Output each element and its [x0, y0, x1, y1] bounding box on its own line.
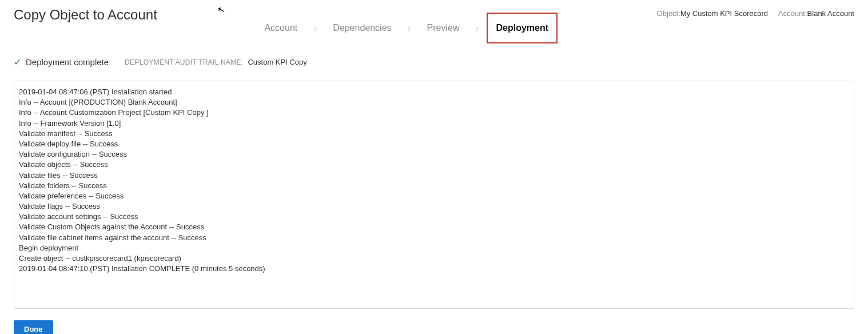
deployment-status: ✓ Deployment complete — [14, 57, 109, 67]
object-value: My Custom KPI Scorecord — [680, 9, 768, 18]
log-line: Info -- Framework Version [1.0] — [19, 118, 849, 129]
header-meta: Object:My Custom KPI Scorecord Account:B… — [657, 6, 854, 18]
log-line: Validate objects -- Success — [19, 160, 849, 170]
object-label: Object: — [657, 9, 680, 18]
log-line: Validate preferences -- Success — [19, 191, 849, 201]
wizard-step-deployment[interactable]: Deployment — [487, 13, 558, 43]
log-line: Validate manifest -- Success — [19, 129, 849, 139]
object-meta: Object:My Custom KPI Scorecord — [657, 9, 768, 18]
log-line: Validate account settings -- Success — [19, 212, 849, 222]
log-line: Validate file cabinet items against the … — [19, 233, 849, 243]
status-text: Deployment complete — [26, 57, 109, 67]
log-line: Create object -- custkpiscorecard1 (kpis… — [19, 253, 849, 264]
log-line: 2019-01-04 08:47:10 (PST) Installation C… — [19, 264, 849, 274]
log-line: Begin deployment — [19, 243, 849, 253]
chevron-right-icon: › — [475, 22, 479, 34]
log-line: Validate files -- Success — [19, 170, 849, 181]
wizard-steps: Account›Dependencies›Preview›Deployment — [256, 6, 558, 43]
log-line: Validate deploy file -- Success — [19, 139, 849, 149]
audit-label: DEPLOYMENT AUDIT TRAIL NAME: — [125, 58, 243, 66]
deployment-log: 2019-01-04 08:47:06 (PST) Installation s… — [14, 81, 854, 309]
done-button[interactable]: Done — [14, 320, 53, 334]
log-line: 2019-01-04 08:47:06 (PST) Installation s… — [19, 87, 849, 97]
audit-value: Custom KPI Copy — [248, 58, 306, 66]
chevron-right-icon: › — [313, 22, 317, 34]
account-meta: Account:Blank Account — [778, 9, 854, 18]
account-label: Account: — [778, 9, 807, 18]
account-value: Blank Account — [807, 9, 854, 18]
page-title: Copy Object to Account — [14, 6, 157, 23]
check-icon: ✓ — [14, 58, 21, 67]
log-line: Info -- Account Customization Project [C… — [19, 108, 849, 118]
audit-trail: DEPLOYMENT AUDIT TRAIL NAME: Custom KPI … — [125, 58, 307, 66]
log-line: Validate configuration -- Success — [19, 149, 849, 160]
log-line: Validate Custom Objects against the Acco… — [19, 222, 849, 232]
wizard-step-account[interactable]: Account — [256, 14, 305, 42]
chevron-right-icon: › — [408, 22, 411, 34]
log-line: Validate flags -- Success — [19, 201, 849, 212]
log-line: Info -- Account [(PRODUCTION) Blank Acco… — [19, 97, 849, 108]
wizard-step-dependencies[interactable]: Dependencies — [325, 14, 399, 42]
wizard-step-preview[interactable]: Preview — [419, 14, 468, 42]
log-line: Validate folders -- Success — [19, 181, 849, 191]
